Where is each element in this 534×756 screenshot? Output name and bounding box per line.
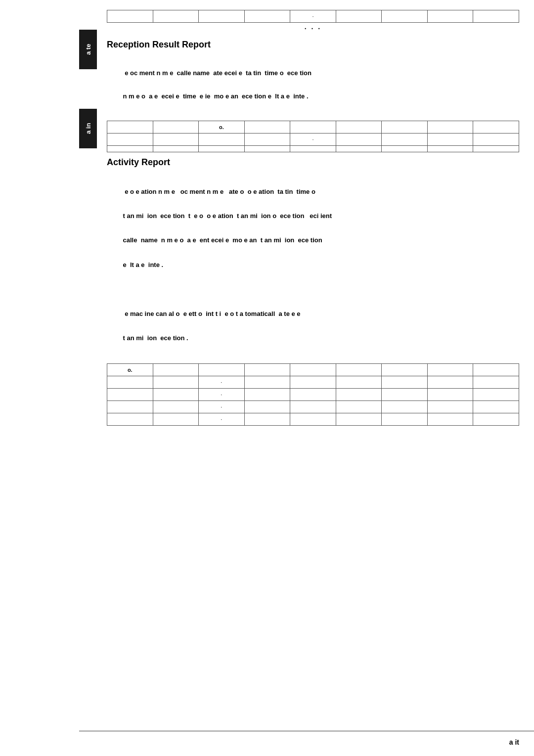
table-cell xyxy=(382,413,428,426)
table-cell xyxy=(199,10,245,23)
activity-desc-line1: e o e ation n m e oc ment n m e ate o o … xyxy=(121,188,315,195)
table-cell xyxy=(382,364,428,376)
reception-section: Reception Result Report e oc ment n m e … xyxy=(107,40,519,152)
table-cell xyxy=(382,376,428,389)
table-cell xyxy=(473,401,519,413)
table-cell xyxy=(199,133,245,145)
table-cell: o. xyxy=(107,364,153,376)
table-cell xyxy=(153,389,199,401)
page-container: a te a in · xyxy=(0,0,534,756)
reception-header-line2: n m e o a e ecei e time e ie mo e an ece… xyxy=(121,92,309,100)
table-cell xyxy=(153,121,199,133)
table-cell: · xyxy=(290,10,336,23)
table-cell xyxy=(427,376,473,389)
table-cell xyxy=(336,413,382,426)
table-cell xyxy=(107,121,153,133)
main-content: · · · · Reception Result Report e oc men… xyxy=(97,0,534,756)
table-cell xyxy=(107,145,153,152)
table-row: · xyxy=(107,389,519,401)
table-cell xyxy=(336,389,382,401)
page-indicator-label: a it xyxy=(509,738,519,746)
table-cell xyxy=(199,364,245,376)
side-tab-ate: a te xyxy=(79,30,97,69)
top-table: · · · · xyxy=(107,10,519,35)
table-cell xyxy=(153,10,199,23)
table-cell xyxy=(290,121,336,133)
table-cell xyxy=(244,413,290,426)
table-cell xyxy=(153,133,199,145)
table-cell xyxy=(244,145,290,152)
table-cell xyxy=(427,133,473,145)
table-cell xyxy=(336,376,382,389)
table-cell xyxy=(107,376,153,389)
table-cell xyxy=(382,145,428,152)
table-cell xyxy=(382,133,428,145)
reception-header-desc: e oc ment n m e calle name ate ecei e ta… xyxy=(107,56,519,114)
table-cell xyxy=(244,401,290,413)
table-cell xyxy=(153,376,199,389)
table-cell xyxy=(336,364,382,376)
table-row: · xyxy=(107,10,519,23)
table-cell xyxy=(336,145,382,152)
table-cell xyxy=(427,121,473,133)
table-cell xyxy=(473,413,519,426)
table-cell xyxy=(336,121,382,133)
activity-desc-line3: calle name n m e o a e ent ecei e mo e a… xyxy=(121,236,322,244)
activity-table-section: o. · xyxy=(107,363,519,426)
table-cell xyxy=(382,401,428,413)
table-cell xyxy=(473,376,519,389)
table-cell xyxy=(107,133,153,145)
table-cell xyxy=(244,376,290,389)
table-cell xyxy=(290,364,336,376)
table-cell xyxy=(427,145,473,152)
table-cell xyxy=(244,389,290,401)
page-indicator: a it xyxy=(509,738,519,746)
table-cell xyxy=(153,413,199,426)
activity-desc-line2: t an mi ion ece tion t e o o e ation t a… xyxy=(121,212,332,220)
activity-desc-line6: t an mi ion ece tion . xyxy=(121,334,188,342)
table-cell xyxy=(244,10,290,23)
table-cell xyxy=(473,121,519,133)
table-cell xyxy=(473,364,519,376)
activity-title: Activity Report xyxy=(107,157,519,168)
ellipsis-cell: · · · xyxy=(107,23,519,35)
activity-desc-line5: e mac ine can al o e ett o int t i e o t… xyxy=(121,310,301,317)
side-tab-ain: a in xyxy=(79,109,97,148)
reception-table: o. · xyxy=(107,121,519,152)
table-row: o. xyxy=(107,121,519,133)
table-row: · xyxy=(107,401,519,413)
table-cell xyxy=(290,413,336,426)
table-cell xyxy=(473,389,519,401)
table-cell xyxy=(427,389,473,401)
table-cell xyxy=(427,401,473,413)
table-cell xyxy=(153,364,199,376)
table-cell xyxy=(107,389,153,401)
table-cell xyxy=(473,133,519,145)
activity-table: o. · xyxy=(107,363,519,426)
table-cell: · xyxy=(290,133,336,145)
activity-description: e o e ation n m e oc ment n m e ate o o … xyxy=(107,174,519,356)
table-row xyxy=(107,145,519,152)
table-row: · xyxy=(107,133,519,145)
table-cell xyxy=(107,401,153,413)
side-tab-ain-label: a in xyxy=(85,123,92,134)
table-cell xyxy=(107,10,153,23)
table-cell xyxy=(336,401,382,413)
table-cell xyxy=(244,121,290,133)
table-cell xyxy=(336,133,382,145)
table-cell xyxy=(199,145,245,152)
table-cell xyxy=(290,145,336,152)
table-cell xyxy=(427,413,473,426)
table-cell xyxy=(427,364,473,376)
table-cell: · xyxy=(199,389,245,401)
table-cell xyxy=(107,413,153,426)
table-cell xyxy=(244,133,290,145)
table-cell xyxy=(244,364,290,376)
table-cell: · xyxy=(199,376,245,389)
table-cell: · xyxy=(199,413,245,426)
table-cell xyxy=(336,10,382,23)
table-cell xyxy=(382,10,428,23)
table-cell xyxy=(473,145,519,152)
ellipsis-row: · · · xyxy=(107,23,519,35)
table-cell xyxy=(290,389,336,401)
